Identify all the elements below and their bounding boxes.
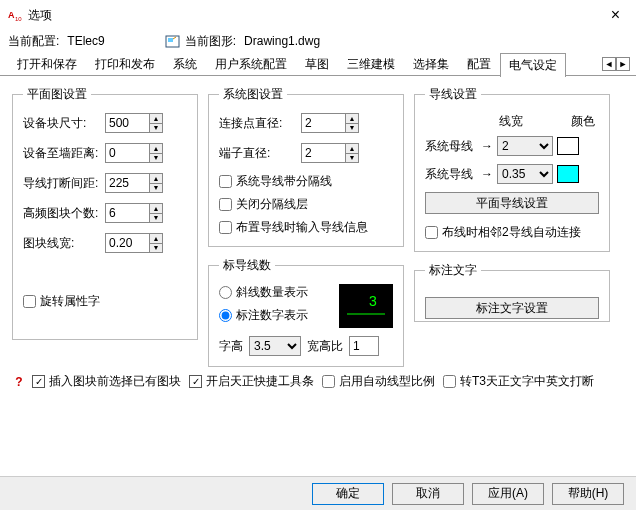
tab-3d-modeling[interactable]: 三维建模 xyxy=(338,52,404,76)
svg-text:A: A xyxy=(8,10,15,20)
rotate-attr-checkbox[interactable] xyxy=(23,295,36,308)
pre-select-label: 插入图块前选择已有图块 xyxy=(49,373,181,390)
tab-user-prefs[interactable]: 用户系统配置 xyxy=(206,52,296,76)
close-icon[interactable]: × xyxy=(603,6,628,24)
wall-dist-spinner[interactable]: ▲▼ xyxy=(149,143,163,163)
close-sep-checkbox[interactable] xyxy=(219,198,232,211)
help-icon[interactable]: ? xyxy=(12,375,26,389)
app-icon: A10 xyxy=(8,7,24,23)
t3-break-checkbox[interactable] xyxy=(443,375,456,388)
drawing-icon xyxy=(165,34,181,48)
t3-break-label: 转T3天正文字中英文打断 xyxy=(460,373,594,390)
tab-system[interactable]: 系统 xyxy=(164,52,206,76)
break-gap-input[interactable] xyxy=(105,173,149,193)
auto-ltype-checkbox[interactable] xyxy=(322,375,335,388)
wall-dist-label: 设备至墙距离: xyxy=(23,145,99,162)
block-lw-label: 图块线宽: xyxy=(23,235,99,252)
hf-count-spinner[interactable]: ▲▼ xyxy=(149,203,163,223)
current-profile-value: TElec9 xyxy=(67,34,104,48)
break-gap-label: 导线打断间距: xyxy=(23,175,99,192)
tab-bar: 打开和保存 打印和发布 系统 用户系统配置 草图 三维建模 选择集 配置 电气设… xyxy=(0,52,636,76)
hdr-linewidth: 线宽 xyxy=(499,113,549,130)
current-profile-label: 当前配置: xyxy=(8,33,59,50)
block-size-input[interactable] xyxy=(105,113,149,133)
label-text-group: 标注文字 标注文字设置 xyxy=(414,262,610,322)
current-drawing-label: 当前图形: xyxy=(185,33,236,50)
tab-profiles[interactable]: 配置 xyxy=(458,52,500,76)
ok-button[interactable]: 确定 xyxy=(312,483,384,505)
block-lw-input[interactable] xyxy=(105,233,149,253)
hdr-color: 颜色 xyxy=(571,113,595,130)
plan-settings-legend: 平面图设置 xyxy=(23,86,91,103)
svg-text:3: 3 xyxy=(369,293,377,309)
toolbar-checkbox[interactable]: ✓ xyxy=(189,375,202,388)
arrow-icon: → xyxy=(481,139,493,153)
wire-settings-group: 导线设置 线宽 颜色 系统母线 → 2 系统导线 → 0.35 平面导线设置 布… xyxy=(414,86,610,252)
window-title: 选项 xyxy=(28,7,603,24)
mark-preview: 3 xyxy=(339,284,393,328)
auto-ltype-label: 启用自动线型比例 xyxy=(339,373,435,390)
bus-color-swatch[interactable] xyxy=(557,137,579,155)
slash-radio[interactable] xyxy=(219,286,232,299)
lead-color-swatch[interactable] xyxy=(557,165,579,183)
close-sep-label: 关闭分隔线层 xyxy=(236,196,308,213)
svg-rect-3 xyxy=(168,38,173,42)
current-drawing-value: Drawing1.dwg xyxy=(244,34,320,48)
tab-drafting[interactable]: 草图 xyxy=(296,52,338,76)
cancel-button[interactable]: 取消 xyxy=(392,483,464,505)
plan-settings-group: 平面图设置 设备块尺寸: ▲▼ 设备至墙距离: ▲▼ 导线打断间距: ▲▼ 高频… xyxy=(12,86,198,340)
tab-scroll-right[interactable]: ► xyxy=(616,57,630,71)
break-gap-spinner[interactable]: ▲▼ xyxy=(149,173,163,193)
bus-label: 系统母线 xyxy=(425,138,477,155)
sep-line-label: 系统导线带分隔线 xyxy=(236,173,332,190)
mark-wire-group: 标导线数 斜线数量表示 标注数字表示 3 字高 xyxy=(208,257,404,367)
bus-lw-select[interactable]: 2 xyxy=(497,136,553,156)
conn-dia-spinner[interactable]: ▲▼ xyxy=(345,113,359,133)
rotate-attr-label: 旋转属性字 xyxy=(40,293,100,310)
tab-selection[interactable]: 选择集 xyxy=(404,52,458,76)
tab-open-save[interactable]: 打开和保存 xyxy=(8,52,86,76)
hf-count-label: 高频图块个数: xyxy=(23,205,99,222)
hf-count-input[interactable] xyxy=(105,203,149,223)
conn-dia-input[interactable] xyxy=(301,113,345,133)
number-label: 标注数字表示 xyxy=(236,307,308,324)
arrow-icon: → xyxy=(481,167,493,181)
sep-line-checkbox[interactable] xyxy=(219,175,232,188)
slash-label: 斜线数量表示 xyxy=(236,284,308,301)
label-text-button[interactable]: 标注文字设置 xyxy=(425,297,599,319)
ratio-label: 宽高比 xyxy=(307,338,343,355)
lead-label: 系统导线 xyxy=(425,166,477,183)
layout-input-checkbox[interactable] xyxy=(219,221,232,234)
svg-text:10: 10 xyxy=(15,16,22,22)
height-label: 字高 xyxy=(219,338,243,355)
number-radio[interactable] xyxy=(219,309,232,322)
auto-connect-label: 布线时相邻2导线自动连接 xyxy=(442,224,581,241)
height-select[interactable]: 3.5 xyxy=(249,336,301,356)
tab-electrical[interactable]: 电气设定 xyxy=(500,53,566,77)
plan-wire-button[interactable]: 平面导线设置 xyxy=(425,192,599,214)
label-text-legend: 标注文字 xyxy=(425,262,481,279)
pre-select-checkbox[interactable]: ✓ xyxy=(32,375,45,388)
tab-print-publish[interactable]: 打印和发布 xyxy=(86,52,164,76)
wire-settings-legend: 导线设置 xyxy=(425,86,481,103)
tab-scroll-left[interactable]: ◄ xyxy=(602,57,616,71)
layout-input-label: 布置导线时输入导线信息 xyxy=(236,219,368,236)
wall-dist-input[interactable] xyxy=(105,143,149,163)
term-dia-label: 端子直径: xyxy=(219,145,295,162)
apply-button[interactable]: 应用(A) xyxy=(472,483,544,505)
conn-dia-label: 连接点直径: xyxy=(219,115,295,132)
lead-lw-select[interactable]: 0.35 xyxy=(497,164,553,184)
mark-wire-legend: 标导线数 xyxy=(219,257,275,274)
block-size-label: 设备块尺寸: xyxy=(23,115,99,132)
ratio-input[interactable] xyxy=(349,336,379,356)
auto-connect-checkbox[interactable] xyxy=(425,226,438,239)
term-dia-input[interactable] xyxy=(301,143,345,163)
help-button[interactable]: 帮助(H) xyxy=(552,483,624,505)
toolbar-label: 开启天正快捷工具条 xyxy=(206,373,314,390)
block-lw-spinner[interactable]: ▲▼ xyxy=(149,233,163,253)
system-settings-legend: 系统图设置 xyxy=(219,86,287,103)
system-settings-group: 系统图设置 连接点直径: ▲▼ 端子直径: ▲▼ 系统导线带分隔线 关闭分隔线层… xyxy=(208,86,404,247)
term-dia-spinner[interactable]: ▲▼ xyxy=(345,143,359,163)
block-size-spinner[interactable]: ▲▼ xyxy=(149,113,163,133)
